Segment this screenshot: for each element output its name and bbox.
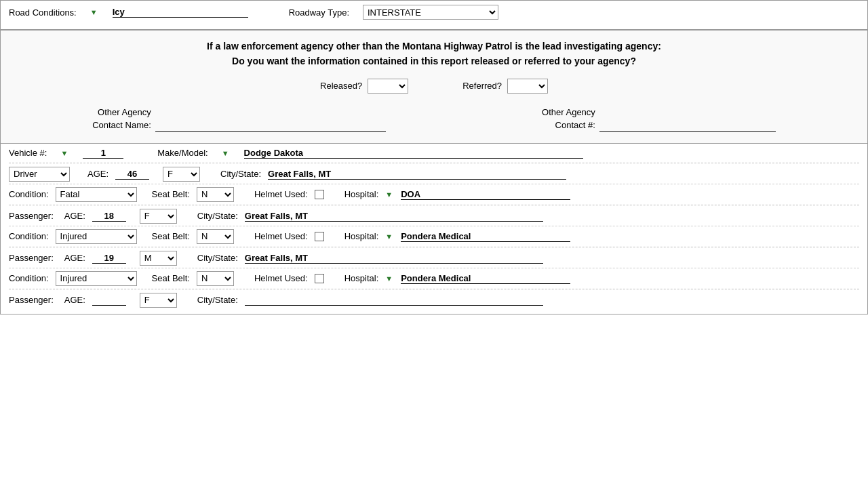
p2-hospital-marker: ▼ — [385, 274, 393, 283]
p2-city-state-label: City/State: — [197, 253, 238, 263]
contact-hash-label1: Other Agency — [542, 106, 595, 119]
seatbelt-label-driver: Seat Belt: — [152, 189, 190, 199]
p2-seatbelt-select[interactable]: N Y U — [197, 271, 234, 286]
p2-seatbelt-label: Seat Belt: — [152, 273, 190, 283]
contact-name-input[interactable] — [155, 121, 386, 132]
contact-hash-input[interactable] — [599, 121, 776, 132]
p3-city-state-label: City/State: — [197, 295, 238, 305]
p2-helmet-checkbox[interactable] — [315, 274, 324, 283]
p1-hospital-label: Hospital: — [344, 231, 379, 241]
age-label-driver: AGE: — [87, 169, 108, 179]
road-conditions-input[interactable] — [113, 7, 248, 18]
vehicle-section: Vehicle #: ▼ Make/Model: ▼ Driver Passen… — [0, 144, 868, 314]
vehicle-number-label: Vehicle #: — [9, 148, 47, 158]
p3-role-label: Passenger: — [9, 295, 54, 305]
helmet-checkbox-driver[interactable] — [315, 190, 324, 199]
p1-hospital-marker: ▼ — [385, 232, 393, 241]
person-block-p1: Passenger: AGE: F M U City/State: Condit… — [9, 205, 859, 247]
info-box-controls: Released? Y N Referred? Y N — [14, 79, 854, 94]
condition-label-driver: Condition: — [9, 189, 49, 199]
hospital-input-driver[interactable] — [401, 189, 570, 200]
p2-city-state-input[interactable] — [245, 253, 543, 264]
helmet-label-driver: Helmet Used: — [254, 189, 308, 199]
released-select[interactable]: Y N — [368, 79, 408, 94]
make-model-label: Make/Model: — [157, 148, 208, 158]
p3-age-input[interactable] — [92, 295, 126, 306]
role-select-driver[interactable]: Driver Passenger Pedestrian — [9, 167, 70, 182]
hospital-label-driver: Hospital: — [344, 189, 379, 199]
p2-gender-select[interactable]: F M U — [140, 251, 177, 266]
p2-condition-select[interactable]: Fatal Injured Not Injured Unknown — [56, 271, 137, 286]
contact-hash-label2: Contact #: — [542, 119, 595, 132]
contact-name-label2: Contact Name: — [92, 119, 151, 132]
hospital-marker-driver: ▼ — [385, 190, 393, 199]
info-text-line2: Do you want the information contained in… — [14, 54, 854, 68]
p2-hospital-input[interactable] — [401, 273, 570, 284]
p2-condition-label: Condition: — [9, 273, 49, 283]
p1-hospital-input[interactable] — [401, 231, 570, 242]
top-section: Road Conditions: ▼ Roadway Type: INTERST… — [0, 0, 868, 30]
road-conditions-marker: ▼ — [90, 8, 98, 16]
person-block-p2: Passenger: AGE: F M U City/State: Condit… — [9, 247, 859, 289]
referred-label: Referred? — [462, 81, 502, 91]
city-state-label-driver: City/State: — [220, 169, 261, 179]
info-box-fields: Other Agency Contact Name: Other Agency … — [14, 106, 854, 132]
p1-condition-label: Condition: — [9, 231, 49, 241]
referred-select[interactable]: Y N — [507, 79, 548, 94]
gender-select-driver[interactable]: F M U — [163, 167, 200, 182]
city-state-input-driver[interactable] — [268, 169, 566, 180]
person-block-p3: Passenger: AGE: F M U City/State: — [9, 289, 859, 310]
roadway-type-select[interactable]: INTERSTATE US HIGHWAY STATE HIGHWAY COUN… — [363, 5, 498, 20]
vehicle-header: Vehicle #: ▼ Make/Model: ▼ — [9, 148, 859, 159]
driver-condition-row: Condition: Fatal Injured Not Injured Unk… — [9, 184, 859, 205]
age-input-driver[interactable] — [115, 169, 149, 180]
p3-age-label: AGE: — [64, 295, 85, 305]
contact-name-label1: Other Agency — [92, 106, 151, 119]
p1-age-label: AGE: — [64, 211, 85, 221]
p2-role-label: Passenger: — [9, 253, 54, 263]
p2-condition-row: Condition: Fatal Injured Not Injured Unk… — [9, 268, 859, 289]
vehicle-number-marker: ▼ — [60, 149, 68, 157]
p2-age-label: AGE: — [64, 253, 85, 263]
driver-top-row: Driver Passenger Pedestrian AGE: F M U C… — [9, 163, 859, 184]
page: Road Conditions: ▼ Roadway Type: INTERST… — [0, 0, 868, 488]
p1-seatbelt-select[interactable]: N Y U — [197, 229, 234, 244]
p1-seatbelt-label: Seat Belt: — [152, 231, 190, 241]
make-model-marker: ▼ — [222, 149, 229, 157]
info-text-line1: If a law enforcement agency other than t… — [14, 39, 854, 54]
p3-gender-select[interactable]: F M U — [140, 293, 177, 308]
person-block-driver: Driver Passenger Pedestrian AGE: F M U C… — [9, 163, 859, 205]
p2-helmet-label: Helmet Used: — [254, 273, 308, 283]
released-label: Released? — [320, 81, 362, 91]
p1-age-input[interactable] — [92, 211, 126, 222]
roadway-type-label: Roadway Type: — [289, 7, 349, 18]
make-model-input[interactable] — [244, 148, 583, 159]
p1-city-state-label: City/State: — [197, 211, 238, 221]
p1-role-label: Passenger: — [9, 211, 54, 221]
p1-condition-row: Condition: Fatal Injured Not Injured Unk… — [9, 226, 859, 247]
condition-select-driver[interactable]: Fatal Injured Not Injured Unknown — [56, 187, 137, 202]
info-box: If a law enforcement agency other than t… — [0, 30, 868, 144]
p1-helmet-label: Helmet Used: — [254, 231, 308, 241]
p2-hospital-label: Hospital: — [344, 273, 379, 283]
p2-top-row: Passenger: AGE: F M U City/State: — [9, 247, 859, 268]
p3-top-row: Passenger: AGE: F M U City/State: — [9, 289, 859, 310]
road-conditions-label: Road Conditions: — [9, 7, 77, 18]
p1-gender-select[interactable]: F M U — [140, 209, 177, 224]
p1-city-state-input[interactable] — [245, 211, 543, 222]
p3-city-state-input[interactable] — [245, 295, 543, 306]
info-box-text: If a law enforcement agency other than t… — [14, 39, 854, 69]
p1-condition-select[interactable]: Fatal Injured Not Injured Unknown — [56, 229, 137, 244]
p1-top-row: Passenger: AGE: F M U City/State: — [9, 205, 859, 226]
p1-helmet-checkbox[interactable] — [315, 232, 324, 241]
seatbelt-select-driver[interactable]: N Y U — [197, 187, 234, 202]
p2-age-input[interactable] — [92, 253, 126, 264]
vehicle-number-input[interactable] — [83, 148, 123, 159]
